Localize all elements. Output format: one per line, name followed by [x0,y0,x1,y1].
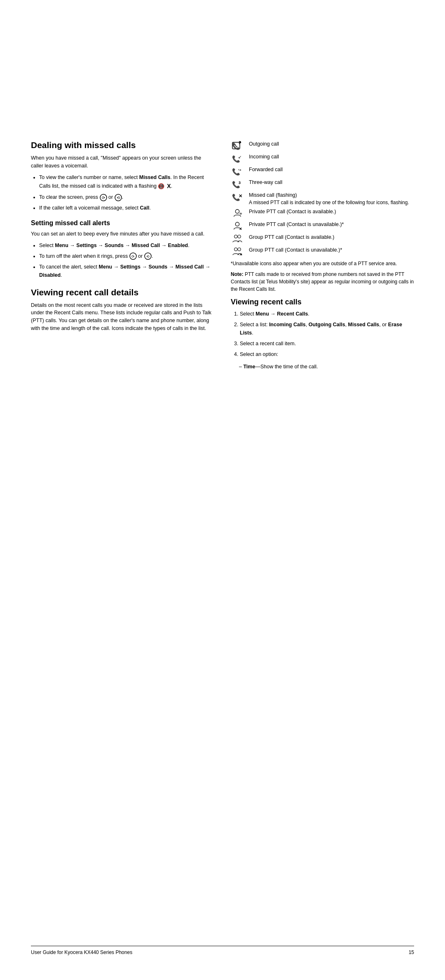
missed-call-icon-row: 📞 ✕ [231,192,244,202]
forwarded-call-icon: 📞 ↪ [231,166,244,176]
missed-call-icon: 📵 [158,182,167,190]
alerts-bullet-2: To turn off the alert when it rings, pre… [39,252,214,260]
subsection2-intro: Details on the most recent calls you mad… [31,302,214,332]
bold-text: Missed Calls [139,174,171,180]
svg-point-25 [234,248,237,251]
alerts-bullet-3: To cancel the alert, select Menu → Setti… [39,263,214,279]
svg-text:3: 3 [239,181,241,185]
dash-item-time: – Time—Show the time of the call. [239,363,414,371]
ptt-pu-svg: ✕ [232,221,243,231]
footer-left: User Guide for Kyocera KX440 Series Phon… [31,949,132,955]
main-intro: When you have missed a call, "Missed" ap… [31,154,214,170]
ptt-private-avail-label: Private PTT call (Contact is available.) [249,208,414,216]
bullet-item-3: If the caller left a voicemail message, … [39,204,214,212]
ring-icon-2: ⟲ [144,252,152,260]
content-area: Dealing with missed calls When you have … [31,140,414,372]
step-4: Select an option: [240,350,414,358]
step-1: Select Menu → Recent Calls. [240,310,414,318]
incoming-call-label: Incoming call [249,153,414,161]
clear-icon-1: ⟳ [100,194,107,201]
bullet-item-2: To clear the screen, press ⟳ or ⟲ . [39,193,214,201]
call-text: Call [140,205,150,211]
note-label: Note: [231,271,244,277]
svg-point-23 [234,235,237,238]
footer-right: 15 [409,949,414,955]
main-title: Dealing with missed calls [31,140,214,150]
clear-icon-2: ⟲ [115,194,122,201]
svg-text:📵: 📵 [158,183,165,190]
threeway-phone-svg: 📞 3 [232,179,243,189]
ptt-group-unavail-row: ✕ Group PTT call (Contact is unavailable… [231,246,414,257]
missed-call-label: Missed call (flashing) [249,192,297,198]
main-bullets: To view the caller's number or name, sel… [39,173,214,212]
svg-point-20 [235,210,239,213]
svg-point-21 [235,222,239,226]
threeway-call-icon: 📞 3 [231,179,244,189]
note-text: Note: PTT calls made to or received from… [231,271,414,293]
forwarded-call-row: 📞 ↪ Forwarded call [231,166,414,176]
ptt-group-unavail-label: Group PTT call (Contact is unavailable.)… [249,246,414,254]
ptt-private-avail-icon [231,208,244,218]
ptt-ga-svg [232,234,243,244]
forwarded-phone-svg: 📞 ↪ [232,166,243,176]
ptt-private-unavail-label: Private PTT call (Contact is unavailable… [249,221,414,229]
threeway-call-row: 📞 3 Three-way call [231,179,414,189]
alerts-bullets: Select Menu → Settings → Sounds → Missed… [39,241,214,279]
outgoing-call-row: 📞 ↗ Outgoing call [231,140,414,151]
ring-icon-1: ⟳ [129,252,137,260]
subsection2-title: Viewing recent call details [31,287,214,297]
svg-text:✕: ✕ [239,252,242,257]
outgoing-call-icon: 📞 ↗ [231,141,244,151]
step-2: Select a list: Incoming Calls, Outgoing … [240,320,414,337]
subsection1-title: Setting missed call alerts [31,219,214,227]
svg-text:✕: ✕ [239,227,242,231]
ptt-group-avail-icon [231,234,244,244]
viewing-steps: Select Menu → Recent Calls. Select a lis… [240,310,414,358]
outgoing-phone-svg: 📞 ↗ [232,141,243,151]
svg-text:⟳: ⟳ [102,196,105,200]
missed-phone-svg: 📞 ✕ [232,192,243,202]
svg-text:↙: ↙ [238,155,241,159]
ptt-gu-svg: ✕ [232,247,243,257]
svg-text:↪: ↪ [238,168,241,172]
ptt-group-avail-row: Group PTT call (Contact is available.) [231,233,414,244]
forwarded-call-label: Forwarded call [249,166,414,174]
svg-text:⟲: ⟲ [146,254,150,259]
missed-ptt-note: A missed PTT call is indicated by one of… [249,200,409,205]
missed-call-info: Missed call (flashing) A missed PTT call… [249,191,414,205]
svg-point-24 [238,235,241,238]
alerts-bullet-1: Select Menu → Settings → Sounds → Missed… [39,241,214,250]
svg-text:✕: ✕ [239,193,242,198]
left-column: Dealing with missed calls When you have … [31,140,214,372]
ptt-private-unavail-row: ✕ Private PTT call (Contact is unavailab… [231,221,414,231]
subsection1-intro: You can set an alert to beep every five … [31,230,214,238]
ptt-group-avail-label: Group PTT call (Contact is available.) [249,233,414,241]
incoming-call-row: 📞 ↙ Incoming call [231,153,414,163]
right-column: 📞 ↗ Outgoing call 📞 ↙ Incoming call [231,140,414,372]
threeway-call-label: Three-way call [249,179,414,186]
ptt-group-unavail-icon: ✕ [231,247,244,257]
ptt-pa-svg [232,208,243,218]
ptt-private-unavail-icon: ✕ [231,221,244,231]
unavail-note: *Unavailable icons also appear when you … [231,260,414,267]
svg-text:⟲: ⟲ [117,196,120,200]
missed-call-row: 📞 ✕ Missed call (flashing) A missed PTT … [231,191,414,205]
incoming-phone-svg: 📞 ↙ [232,153,243,163]
svg-point-26 [238,248,241,251]
viewing-recent-title: Viewing recent calls [231,298,414,306]
ptt-private-avail-row: Private PTT call (Contact is available.) [231,208,414,218]
step-3: Select a recent call item. [240,339,414,348]
page: Dealing with missed calls When you have … [0,0,445,980]
incoming-call-icon: 📞 ↙ [231,153,244,163]
bullet-item: To view the caller's number or name, sel… [39,173,214,191]
outgoing-call-label: Outgoing call [249,140,414,148]
footer: User Guide for Kyocera KX440 Series Phon… [31,946,414,955]
svg-text:↗: ↗ [238,141,241,145]
svg-text:⟳: ⟳ [131,254,135,259]
